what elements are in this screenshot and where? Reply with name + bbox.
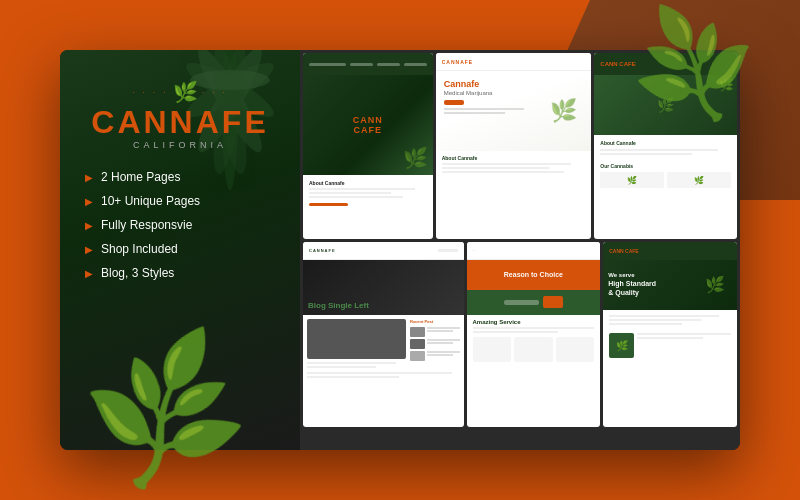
feature-text-4: Shop Included (101, 242, 178, 256)
feature-text-2: 10+ Unique Pages (101, 194, 200, 208)
feature-item-5: ▶ Blog, 3 Styles (85, 266, 275, 280)
feature-item-2: ▶ 10+ Unique Pages (85, 194, 275, 208)
arrow-icon-1: ▶ (85, 172, 93, 183)
logo-dots-right: · · · (202, 88, 228, 97)
right-panel: CANN CAFE 🌿 About Cannafe (300, 50, 740, 450)
arrow-icon-3: ▶ (85, 220, 93, 231)
logo-icon: · · · · 🌿 · · · (85, 80, 275, 104)
brand-subtitle: CALIFORNIA (85, 140, 275, 150)
arrow-icon-4: ▶ (85, 244, 93, 255)
feature-text-1: 2 Home Pages (101, 170, 180, 184)
screenshot-1: CANN CAFE 🌿 About Cannafe (303, 53, 433, 239)
screenshot-2: CANNAFE Cannafe Medical Marijuana 🌿 (436, 53, 592, 239)
screenshot-6: CANN CAFE We serve High Standard& Qualit… (603, 242, 737, 428)
cannabis-leaf-icon: 🌿 (173, 80, 198, 104)
screenshot-4: CANNAFE Blog Single Left (303, 242, 464, 428)
product-card: · · · · 🌿 · · · CANNAFE CALIFORNIA ▶ 2 H… (60, 50, 740, 450)
arrow-icon-2: ▶ (85, 196, 93, 207)
screenshot-3: CANN CAFE 🌿 🌿 About Cannafe Our Cannabis (594, 53, 737, 239)
main-wrapper: · · · · 🌿 · · · CANNAFE CALIFORNIA ▶ 2 H… (0, 0, 800, 500)
logo-dots-left: · · · · (132, 88, 169, 97)
feature-item-4: ▶ Shop Included (85, 242, 275, 256)
feature-item-3: ▶ Fully Responsvie (85, 218, 275, 232)
left-panel: · · · · 🌿 · · · CANNAFE CALIFORNIA ▶ 2 H… (60, 50, 300, 450)
feature-text-5: Blog, 3 Styles (101, 266, 174, 280)
logo-area: · · · · 🌿 · · · CANNAFE CALIFORNIA (85, 80, 275, 150)
brand-name: CANNAFE (85, 106, 275, 138)
feature-item-1: ▶ 2 Home Pages (85, 170, 275, 184)
feature-text-3: Fully Responsvie (101, 218, 192, 232)
features-list: ▶ 2 Home Pages ▶ 10+ Unique Pages ▶ Full… (85, 170, 275, 280)
arrow-icon-5: ▶ (85, 268, 93, 279)
screenshot-5: ··· Reason to Choice Amazing Service (467, 242, 601, 428)
